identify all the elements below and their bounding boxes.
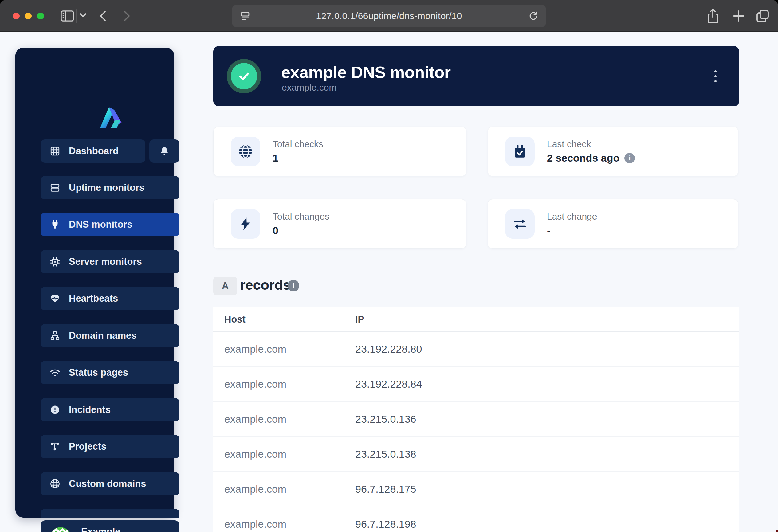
sidebar-item-partial[interactable] xyxy=(41,509,179,518)
sidebar-item-label: Domain names xyxy=(69,330,137,341)
sidebar-item-dashboard[interactable]: Dashboard xyxy=(41,140,145,163)
screen-artifact xyxy=(776,530,778,532)
cell-host: example.com xyxy=(213,343,355,355)
stat-label: Total changes xyxy=(273,211,329,222)
cell-host: example.com xyxy=(213,378,355,390)
sitemap-icon xyxy=(50,331,60,341)
minimize-window-button[interactable] xyxy=(25,13,32,19)
table-header-row: Host IP xyxy=(213,307,739,332)
table-row: example.com 96.7.128.198 xyxy=(213,507,739,532)
column-header-host: Host xyxy=(213,314,355,325)
address-bar[interactable]: 127.0.0.1/66uptime/dns-monitor/10 xyxy=(232,5,546,27)
stat-text: Total checks 1 xyxy=(273,139,323,164)
stat-card-total-checks: Total checks 1 xyxy=(213,126,466,176)
monitor-options-button[interactable] xyxy=(709,66,721,87)
sidebar-item-status-pages[interactable]: Status pages xyxy=(41,361,179,384)
cell-host: example.com xyxy=(213,483,355,495)
grid-icon xyxy=(50,146,60,156)
chevron-down-icon[interactable] xyxy=(79,13,87,18)
reload-icon[interactable] xyxy=(528,10,539,21)
stat-icon-tile xyxy=(505,137,535,166)
bell-icon xyxy=(159,146,169,156)
sidebar-item-server-monitors[interactable]: Server monitors xyxy=(41,250,179,273)
table-row: example.com 96.7.128.175 xyxy=(213,472,739,507)
cell-ip: 23.215.0.136 xyxy=(355,413,416,425)
stat-value: 0 xyxy=(273,225,329,237)
table-row: example.com 23.215.0.138 xyxy=(213,437,739,472)
sidebar-toggle-icon[interactable] xyxy=(60,10,74,22)
cell-ip: 23.192.228.84 xyxy=(355,378,422,390)
records-section-title: records xyxy=(240,277,291,293)
stat-label: Last change xyxy=(547,211,597,222)
sidebar-item-uptime-monitors[interactable]: Uptime monitors xyxy=(41,176,179,199)
cell-host: example.com xyxy=(213,413,355,425)
toolbar-divider xyxy=(76,9,77,23)
table-row: example.com 23.192.228.84 xyxy=(213,367,739,402)
sidebar-item-heartbeats[interactable]: Heartbeats xyxy=(41,287,179,310)
monitor-hostname: example.com xyxy=(282,82,336,93)
column-header-ip: IP xyxy=(355,314,364,325)
stat-label: Total checks xyxy=(273,139,323,149)
new-tab-icon[interactable] xyxy=(732,9,746,23)
stat-card-last-check: Last check 2 seconds ago i xyxy=(488,126,738,176)
table-row: example.com 23.192.228.80 xyxy=(213,332,739,367)
tab-overview-icon[interactable] xyxy=(755,9,770,23)
heart-pulse-icon xyxy=(50,293,60,304)
forward-button-icon[interactable] xyxy=(121,10,132,22)
screenshot-root: 127.0.0.1/66uptime/dns-monitor/10 xyxy=(0,0,778,532)
wifi-icon xyxy=(50,367,60,378)
url-text: 127.0.0.1/66uptime/dns-monitor/10 xyxy=(316,11,462,21)
sidebar-item-projects[interactable]: Projects xyxy=(41,435,179,458)
globe-icon xyxy=(238,144,253,159)
info-icon[interactable]: i xyxy=(624,153,635,163)
sidebar-item-label: Dashboard xyxy=(69,146,119,157)
cell-ip: 23.215.0.138 xyxy=(355,448,416,460)
cpu-icon xyxy=(50,257,60,267)
sidebar-item-custom-domains[interactable]: Custom domains xyxy=(41,472,179,496)
stat-icon-tile xyxy=(505,209,535,239)
info-icon[interactable]: i xyxy=(288,280,299,291)
user-info: Example sample@example.com xyxy=(81,526,166,532)
transfer-arrows-icon xyxy=(512,216,528,232)
avatar xyxy=(51,527,71,532)
notifications-button[interactable] xyxy=(149,140,179,163)
stat-text: Total changes 0 xyxy=(273,211,329,237)
sidebar-top-row: Dashboard xyxy=(41,140,179,163)
stat-text: Last change - xyxy=(547,211,597,237)
browser-toolbar: 127.0.0.1/66uptime/dns-monitor/10 xyxy=(0,0,778,32)
close-window-button[interactable] xyxy=(13,13,20,19)
stat-card-total-changes: Total changes 0 xyxy=(213,199,466,249)
cell-host: example.com xyxy=(213,448,355,460)
stat-icon-tile xyxy=(231,137,260,166)
alert-circle-icon xyxy=(50,405,60,415)
sidebar-item-domain-names[interactable]: Domain names xyxy=(41,324,179,347)
status-check-icon xyxy=(231,63,257,89)
reader-view-icon[interactable] xyxy=(240,11,250,21)
stat-value-text: 2 seconds ago xyxy=(547,152,619,164)
sidebar-item-label: Heartbeats xyxy=(69,293,118,304)
record-type-badge: A xyxy=(213,277,237,295)
sidebar-item-label: Projects xyxy=(69,441,106,452)
calendar-check-icon xyxy=(512,144,528,159)
sidebar-item-label: Incidents xyxy=(69,404,110,415)
user-name: Example xyxy=(81,526,166,532)
stat-value: 1 xyxy=(273,152,323,164)
cell-host: example.com xyxy=(213,518,355,530)
stat-text: Last check 2 seconds ago i xyxy=(547,139,635,164)
sidebar: Dashboard Uptime monitors xyxy=(15,48,174,518)
user-profile-card[interactable]: Example sample@example.com xyxy=(41,520,179,532)
bolt-icon xyxy=(238,216,253,232)
sidebar-item-label: Status pages xyxy=(69,367,128,378)
sidebar-item-dns-monitors[interactable]: DNS monitors xyxy=(41,213,179,236)
share-icon[interactable] xyxy=(706,8,720,24)
sidebar-item-incidents[interactable]: Incidents xyxy=(41,398,179,422)
stat-card-last-change: Last change - xyxy=(488,199,738,249)
globe-icon xyxy=(50,478,60,489)
sidebar-item-label: Server monitors xyxy=(69,256,142,267)
back-button-icon[interactable] xyxy=(98,10,109,22)
stat-value: - xyxy=(547,225,597,237)
sidebar-item-label: Uptime monitors xyxy=(69,182,144,193)
zoom-window-button[interactable] xyxy=(37,13,44,19)
app-logo xyxy=(96,103,125,131)
table-row: example.com 23.215.0.136 xyxy=(213,402,739,437)
